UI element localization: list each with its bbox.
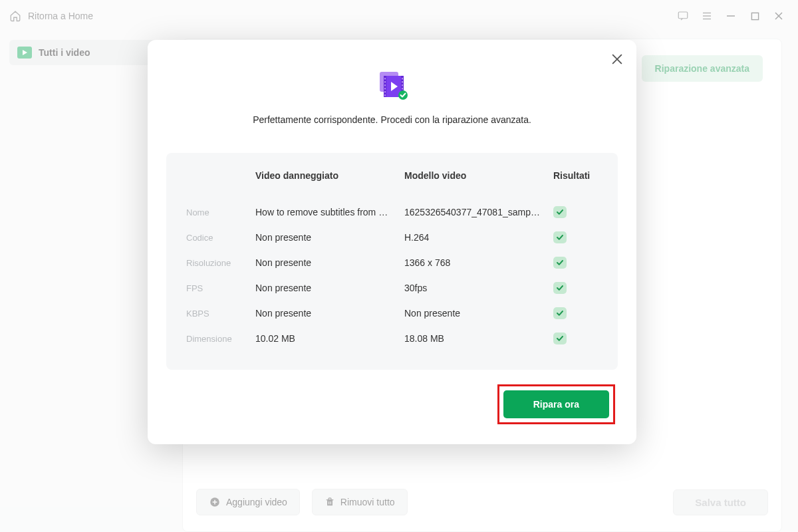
row-damaged: Non presente <box>255 232 404 243</box>
modal-header: Perfettamente corrispondente. Procedi co… <box>148 40 636 125</box>
svg-rect-24 <box>384 88 386 90</box>
repair-modal: Perfettamente corrispondente. Procedi co… <box>148 40 636 444</box>
row-result <box>553 206 598 218</box>
row-damaged: 10.02 MB <box>255 333 404 344</box>
table-row: CodiceNon presenteH.264 <box>184 225 600 250</box>
row-sample: 18.08 MB <box>404 333 553 344</box>
svg-rect-28 <box>402 81 403 83</box>
row-damaged: How to remove subtitles from a ... <box>255 207 404 217</box>
check-icon <box>553 282 567 294</box>
col-sample-head: Modello video <box>404 170 553 181</box>
row-result <box>553 332 598 344</box>
modal-message: Perfettamente corrispondente. Procedi co… <box>174 114 610 125</box>
row-result <box>553 282 598 294</box>
row-label: Codice <box>186 233 255 243</box>
row-result <box>553 231 598 243</box>
video-file-icon <box>376 72 408 98</box>
svg-rect-21 <box>384 78 386 80</box>
row-sample: H.264 <box>404 232 553 243</box>
svg-rect-27 <box>402 78 403 80</box>
table-row: Dimensione10.02 MB18.08 MB <box>184 326 600 351</box>
row-label: Dimensione <box>186 334 255 344</box>
repair-now-button[interactable]: Ripara ora <box>503 390 609 418</box>
table-header: x Video danneggiato Modello video Risult… <box>184 170 600 181</box>
table-row: FPSNon presente30fps <box>184 275 600 301</box>
check-icon <box>553 257 567 269</box>
row-label: Nome <box>186 207 255 217</box>
check-icon <box>553 231 567 243</box>
repair-highlight: Ripara ora <box>497 384 615 424</box>
close-icon[interactable] <box>610 52 624 66</box>
row-damaged: Non presente <box>255 308 404 319</box>
row-label: FPS <box>186 283 255 293</box>
col-results-head: Risultati <box>553 170 598 181</box>
table-row: KBPSNon presenteNon presente <box>184 301 600 326</box>
col-label-head: x <box>186 170 255 181</box>
comparison-table: x Video danneggiato Modello video Risult… <box>166 153 618 370</box>
svg-rect-29 <box>402 84 403 86</box>
row-label: Risoluzione <box>186 258 255 268</box>
row-damaged: Non presente <box>255 283 404 293</box>
col-damaged-head: Video danneggiato <box>255 170 404 181</box>
row-result <box>553 257 598 269</box>
table-row: NomeHow to remove subtitles from a ...16… <box>184 200 600 225</box>
row-result <box>553 307 598 319</box>
table-row: RisoluzioneNon presente1366 x 768 <box>184 250 600 275</box>
check-icon <box>553 206 567 218</box>
check-icon <box>553 332 567 344</box>
row-sample: Non presente <box>404 308 553 319</box>
row-label: KBPS <box>186 309 255 319</box>
svg-rect-26 <box>384 94 386 96</box>
svg-rect-30 <box>402 88 403 90</box>
row-sample: 1366 x 768 <box>404 257 553 268</box>
row-sample: 1625326540377_47081_sample.... <box>404 207 553 217</box>
check-icon <box>553 307 567 319</box>
svg-rect-23 <box>384 84 386 86</box>
modal-footer: Ripara ora <box>148 370 636 444</box>
row-sample: 30fps <box>404 283 553 293</box>
svg-rect-25 <box>384 91 386 93</box>
row-damaged: Non presente <box>255 257 404 268</box>
svg-rect-22 <box>384 81 386 83</box>
